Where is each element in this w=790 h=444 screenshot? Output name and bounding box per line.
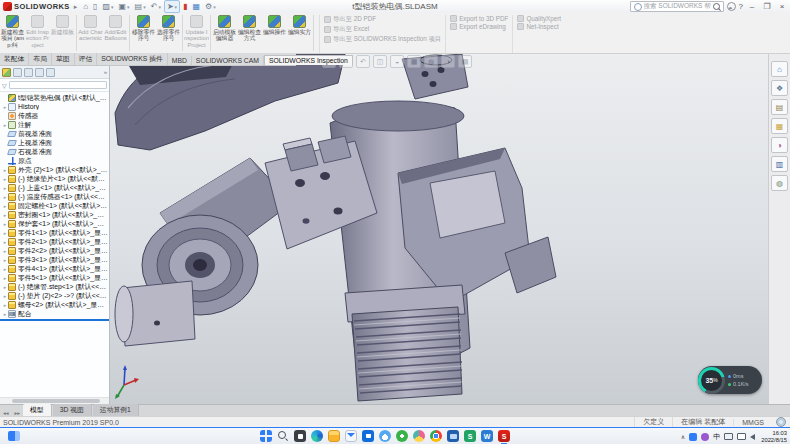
appearance-icon[interactable]: ◑ — [441, 55, 455, 68]
chrome-icon[interactable] — [430, 430, 442, 442]
tab-装配体[interactable]: 装配体 — [0, 53, 29, 65]
tab-mbd[interactable]: MBD — [168, 56, 192, 65]
display-style-icon[interactable]: ▦ — [407, 55, 421, 68]
file-properties-icon[interactable]: ▦ — [191, 1, 203, 12]
menu-flyout-arrow-icon[interactable]: ▸ — [74, 3, 78, 11]
help-search-box[interactable]: 搜索 SOLIDWORKS 帮助 — [630, 1, 724, 12]
new-document-icon[interactable]: ▯ — [91, 1, 99, 12]
home-icon[interactable]: ⌂ — [771, 61, 788, 77]
tree-item-8[interactable]: ▸(-) 绝缘垫片<1> (默认<<默认>_显示 — [0, 174, 109, 183]
start-button[interactable] — [260, 430, 272, 442]
tree-filter-input[interactable] — [9, 81, 107, 89]
dimxpert-manager-tab-icon[interactable] — [35, 68, 44, 77]
tree-item-17[interactable]: ▸零件3<1> (默认<<默认>_显示状态 — [0, 255, 109, 264]
forum-icon[interactable]: ◍ — [771, 175, 788, 191]
restore-button[interactable]: ❐ — [761, 2, 773, 11]
resources-icon[interactable]: ❖ — [771, 80, 788, 96]
cloud-app-icon[interactable] — [379, 430, 391, 442]
ribbon-button-8[interactable]: 启动模板编辑器 — [212, 13, 237, 53]
task-view-icon[interactable] — [294, 430, 306, 442]
home-icon[interactable]: ⌂ — [81, 1, 90, 12]
tree-item-2[interactable]: ▸注解 — [0, 120, 109, 129]
store-icon[interactable] — [362, 430, 374, 442]
tab-布局[interactable]: 布局 — [29, 53, 52, 65]
performance-overlay-widget[interactable]: 35% 0ms 0.1K/s — [698, 366, 762, 394]
tab-solidworks-插件[interactable]: SOLIDWORKS 插件 — [97, 53, 168, 65]
tree-item-14[interactable]: ▸零件1<1> (默认<<默认>_显示状态 — [0, 228, 109, 237]
tab-solidworks-inspection[interactable]: SOLIDWORKS Inspection — [264, 55, 353, 65]
widgets-icon[interactable] — [8, 431, 20, 441]
thermocouple-3d-model[interactable] — [0, 53, 790, 404]
tree-item-18[interactable]: ▸零件4<1> (默认<<默认>_显示状态 — [0, 264, 109, 273]
open-icon[interactable]: ▨▾ — [100, 1, 115, 12]
tree-item-11[interactable]: ▸固定螺栓<1> (默认<<默认>_显示状 — [0, 201, 109, 210]
green-app-icon[interactable] — [396, 430, 408, 442]
tree-item-1[interactable]: 传感器 — [0, 111, 109, 120]
view-tab-模型[interactable]: 模型 — [23, 404, 52, 416]
tree-item-0[interactable]: ▸History — [0, 102, 109, 111]
property-manager-tab-icon[interactable] — [13, 68, 22, 77]
tree-item-4[interactable]: 上视基准面 — [0, 138, 109, 147]
tree-item-15[interactable]: ▸零件2<1> (默认<<默认>_显示状态 — [0, 237, 109, 246]
tree-item-23[interactable]: ▸配合 — [0, 309, 109, 318]
filter-funnel-icon[interactable]: ▽ — [2, 82, 7, 89]
search-scope-icon[interactable] — [634, 3, 642, 11]
panel-more-icon[interactable]: » — [104, 69, 107, 75]
onedrive-tray-icon[interactable] — [689, 433, 697, 441]
panel-horizontal-scrollbar[interactable] — [0, 397, 109, 404]
file-explorer-icon[interactable] — [328, 430, 340, 442]
save-icon[interactable]: ▣▾ — [117, 1, 132, 12]
close-button[interactable]: × — [776, 2, 788, 11]
tree-item-13[interactable]: ▸保护套<1> (默认<<默认>_显示状态 — [0, 219, 109, 228]
w-app-icon[interactable]: W — [481, 430, 493, 442]
solidworks-taskbar-icon[interactable]: S — [498, 430, 510, 442]
appearances-icon[interactable]: ◑ — [771, 137, 788, 153]
tree-item-7[interactable]: ▸外壳 (2)<1> (默认<<默认>_显示状态 — [0, 165, 109, 174]
tree-item-5[interactable]: 右视基准面 — [0, 147, 109, 156]
tab-草图[interactable]: 草图 — [52, 53, 75, 65]
clock[interactable]: 16:03 2022/8/15 — [761, 430, 787, 443]
view-tab-3D-视图[interactable]: 3D 视图 — [53, 404, 92, 416]
tree-item-21[interactable]: ▸(-) 垫片 (2)<2> ->? (默认<<默认> — [0, 291, 109, 300]
s-app-icon[interactable]: S — [464, 430, 476, 442]
tree-item-9[interactable]: ▸(-) 上盖<1> (默认<<默认>_显示状态 — [0, 183, 109, 192]
minimize-button[interactable]: – — [746, 2, 758, 11]
options-gear-icon[interactable]: ⚙▾ — [203, 1, 218, 12]
status-tag-icon[interactable] — [776, 417, 786, 427]
tree-item-3[interactable]: 前视基准面 — [0, 129, 109, 138]
view-orientation-icon[interactable]: ◒ — [390, 55, 404, 68]
ribbon-button-9[interactable]: 编辑检查方式 — [237, 13, 262, 53]
ime-language-indicator[interactable]: 中 — [713, 432, 720, 442]
tab-solidworks-cam[interactable]: SOLIDWORKS CAM — [192, 56, 264, 65]
print-icon[interactable]: ▤▾ — [133, 1, 148, 12]
scene-icon[interactable]: ▤ — [458, 55, 472, 68]
touch-keyboard-icon[interactable] — [724, 433, 733, 440]
monitor-app-icon[interactable] — [447, 430, 459, 442]
view-tab-运动算例1[interactable]: 运动算例1 — [93, 404, 139, 416]
tree-item-20[interactable]: ▸(-) 绝缘管.step<1> (默认<<默认> — [0, 282, 109, 291]
tree-item-6[interactable]: 原点 — [0, 156, 109, 165]
help-button[interactable]: ? — [739, 2, 743, 11]
undo-icon[interactable]: ↶▾ — [149, 1, 163, 12]
color-wheel-app-icon[interactable] — [413, 430, 425, 442]
ribbon-button-10[interactable]: 编辑操作 — [262, 13, 287, 53]
ribbon-button-6[interactable]: 选择零件序号 — [156, 13, 181, 53]
file-explorer-icon[interactable]: ▦ — [771, 118, 788, 134]
ribbon-button-0[interactable]: 新建检查项目 (amp:纠 — [0, 13, 25, 53]
search-icon[interactable] — [713, 3, 720, 10]
feature-tree-tab-icon[interactable] — [2, 68, 11, 77]
hide-show-icon[interactable]: ◍ — [424, 55, 438, 68]
mail-icon[interactable] — [345, 430, 357, 442]
search-icon[interactable] — [277, 430, 289, 442]
ribbon-button-5[interactable]: 移除零件序号 — [131, 13, 156, 53]
ribbon-button-11[interactable]: 编辑实方 — [287, 13, 312, 53]
custom-properties-icon[interactable]: ▥ — [771, 156, 788, 172]
app-tray-icon[interactable] — [701, 433, 709, 441]
previous-view-icon[interactable]: ↶ — [356, 55, 370, 68]
configuration-manager-tab-icon[interactable] — [24, 68, 33, 77]
select-cursor-icon[interactable]: ➤▾ — [164, 0, 180, 13]
3d-viewport[interactable]: ◎◱↶◫◒▦◍◑▤ ⌂❖▤▦◑▥◍ 35% 0ms 0.1K/s — [0, 53, 790, 404]
scrollbar-thumb[interactable] — [12, 399, 100, 403]
tab-评估[interactable]: 评估 — [75, 53, 98, 65]
solidworks-logo[interactable]: SOLIDWORKS — [0, 2, 73, 11]
